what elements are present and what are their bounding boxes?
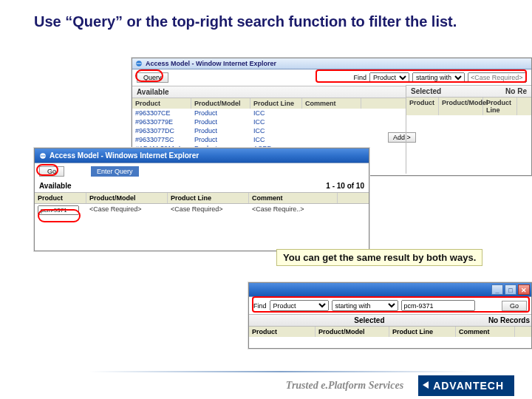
advantech-logo: ADVANTECH: [418, 375, 514, 396]
col-comment[interactable]: Comment: [456, 327, 515, 337]
find-label: Find: [253, 302, 267, 310]
col-product-line[interactable]: Product Line: [250, 98, 302, 109]
close-button[interactable]: ✕: [518, 284, 530, 295]
ie-icon: [39, 152, 47, 160]
slide-title: Use “Query” or the top-right search func…: [0, 0, 532, 30]
find-label: Find: [353, 74, 366, 81]
col-product-model[interactable]: Product/Model: [86, 193, 168, 203]
tagline-text: Trusted e.Platform Services: [286, 380, 403, 392]
col-product-line[interactable]: Product Line: [389, 327, 456, 337]
available-header: Available: [137, 88, 169, 96]
query-columns: Product Product/Model Product Line Comme…: [35, 193, 369, 204]
enter-query-label: Enter Query: [91, 166, 139, 177]
footer-divider: [89, 371, 473, 372]
window-titlebar: Access Model - Window Internet Explorer: [132, 58, 531, 69]
find-operator-select[interactable]: starting with: [412, 72, 465, 83]
col-product-line[interactable]: Product Line: [168, 193, 249, 203]
find-value-input[interactable]: [468, 72, 527, 83]
find-field-select[interactable]: Product: [270, 300, 329, 311]
window-title-text: Access Model - Windows Internet Explorer: [50, 151, 199, 160]
selected-page-info: No Re: [505, 87, 527, 95]
col-product-line[interactable]: Product Line: [483, 98, 517, 115]
selected-columns: Product Product/Model Product Line: [406, 98, 531, 115]
col-product[interactable]: Product: [35, 193, 86, 203]
col-product-model[interactable]: Product/Model: [191, 98, 250, 109]
window-titlebar: _ □ ✕: [249, 283, 531, 297]
available-header: Available: [39, 182, 72, 190]
product-query-input[interactable]: [38, 205, 79, 215]
col-product-model[interactable]: Product/Model: [439, 98, 483, 115]
go-button[interactable]: Go: [39, 166, 64, 177]
find-field-select[interactable]: Product: [369, 72, 409, 83]
col-product[interactable]: Product: [249, 327, 316, 337]
panel-find-bottom: _ □ ✕ Find Product starting with Go Sele…: [248, 282, 532, 349]
go-button[interactable]: Go: [502, 301, 527, 311]
query-button[interactable]: Query: [137, 72, 168, 83]
query-row: <Case Required> <Case Required> <Case Re…: [35, 204, 369, 216]
no-records-text: No Records: [488, 316, 530, 324]
case-required-text: <Case Required>: [168, 204, 249, 216]
footer: Trusted e.Platform Services ADVANTECH: [0, 375, 532, 396]
callout-note: You can get the same result by both ways…: [276, 249, 482, 266]
minimize-button[interactable]: _: [491, 284, 503, 295]
find-value-input[interactable]: [401, 300, 475, 311]
ie-icon: [135, 60, 143, 67]
window-titlebar: Access Model - Windows Internet Explorer: [35, 149, 369, 163]
maximize-button[interactable]: □: [505, 284, 516, 295]
window-title-text: Access Model - Window Internet Explorer: [146, 60, 276, 67]
selected-header: Selected: [250, 316, 488, 324]
panel-enter-query: Access Model - Windows Internet Explorer…: [34, 148, 369, 251]
selected-header: Selected: [411, 87, 441, 95]
col-product[interactable]: Product: [406, 98, 439, 115]
find-operator-select[interactable]: starting with: [332, 300, 398, 311]
case-required-text: <Case Require..>: [249, 204, 338, 216]
col-product-model[interactable]: Product/Model: [316, 327, 389, 337]
col-comment[interactable]: Comment: [249, 193, 338, 203]
col-product[interactable]: Product: [132, 98, 191, 109]
selected-columns: Product Product/Model Product Line Comme…: [249, 327, 531, 337]
case-required-text: <Case Required>: [86, 204, 168, 216]
col-comment[interactable]: Comment: [302, 98, 361, 109]
page-info: 1 - 10 of 10: [326, 182, 364, 190]
